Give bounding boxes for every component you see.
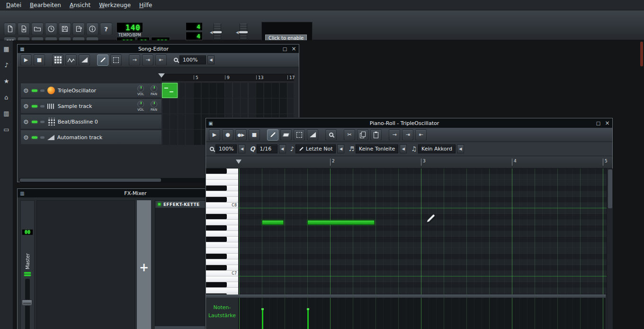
volume-knob[interactable] <box>137 101 144 107</box>
track-nameplate[interactable]: ⚙ Sample track VOL PAN <box>20 98 162 114</box>
pattern-segment[interactable] <box>162 83 178 98</box>
detune-mode-button[interactable] <box>307 129 318 141</box>
menu-werkzeuge[interactable]: Werkzeuge <box>95 0 135 10</box>
samples-icon[interactable]: ♪ <box>2 61 11 69</box>
add-sample-track-button[interactable] <box>65 54 77 66</box>
copy-button[interactable] <box>357 129 368 141</box>
add-bb-track-button[interactable] <box>52 54 63 66</box>
play-button[interactable]: ▶ <box>20 54 32 66</box>
piano-key[interactable] <box>206 242 238 248</box>
gear-icon[interactable]: ⚙ <box>23 134 29 141</box>
pan-knob[interactable] <box>151 101 157 107</box>
gear-icon[interactable]: ⚙ <box>23 87 29 94</box>
track-pattern-area[interactable] <box>162 98 294 114</box>
piano-key[interactable] <box>206 225 238 231</box>
channel-name[interactable]: Master <box>25 239 30 269</box>
stop-button[interactable]: ■ <box>34 54 45 66</box>
timesig-numerator[interactable]: 4 <box>186 22 203 31</box>
volume-knob[interactable] <box>137 85 144 92</box>
piano-key[interactable] <box>206 259 238 265</box>
piano-key[interactable] <box>206 174 238 180</box>
piano-key[interactable]: C7 <box>206 271 238 276</box>
master-channel-strip[interactable]: 00 Master <box>20 200 35 329</box>
quantize-control[interactable]: Q 1/16 ◀ <box>250 144 286 153</box>
menu-bearbeiten[interactable]: Bearbeiten <box>26 0 65 10</box>
home-icon[interactable]: ⌂ <box>2 93 11 101</box>
track-name[interactable]: Automation track <box>57 134 159 141</box>
velocity-splitter[interactable] <box>206 294 606 298</box>
add-automation-track-button[interactable] <box>79 54 90 66</box>
piano-key[interactable] <box>206 197 238 203</box>
piano-key[interactable] <box>206 282 238 288</box>
note[interactable] <box>262 220 284 225</box>
timeline-behaviour-button[interactable]: → <box>129 54 140 66</box>
q-value[interactable]: 1/16 <box>257 144 277 153</box>
solo-led[interactable] <box>40 105 45 107</box>
chevron-left-icon[interactable]: ◀ <box>279 144 286 153</box>
piano-vscrollbar[interactable] <box>607 169 613 329</box>
song-zoom-control[interactable]: 100% ◀ <box>174 55 215 64</box>
open-project-button[interactable] <box>31 23 44 35</box>
workspace-scrollbar[interactable] <box>640 42 643 66</box>
chord-control[interactable]: ♫ Kein Akkord ◀ <box>411 144 464 153</box>
effect-chain-led[interactable] <box>158 203 161 206</box>
select-mode-button[interactable] <box>294 129 305 141</box>
project-info-button[interactable] <box>86 23 98 35</box>
piano-key[interactable] <box>206 180 238 186</box>
jump-end-button[interactable]: ⇥ <box>402 129 413 141</box>
record-accompany-button[interactable]: ●▶ <box>235 129 247 141</box>
draw-mode-button[interactable] <box>267 129 278 141</box>
mute-led[interactable] <box>32 136 37 139</box>
maximize-button[interactable]: □ <box>595 120 602 126</box>
piano-key[interactable] <box>206 254 238 259</box>
chevron-left-icon[interactable]: ◀ <box>457 144 464 153</box>
piano-key[interactable] <box>206 276 238 282</box>
whats-this-button[interactable]: ? <box>100 23 112 35</box>
quantize-button[interactable] <box>325 129 337 141</box>
track-name[interactable]: TripleOscillator <box>58 88 133 94</box>
new-project-button[interactable] <box>4 23 16 35</box>
close-button[interactable]: × <box>604 120 611 126</box>
track-nameplate[interactable]: ⚙ TripleOscillator VOL PAN <box>20 83 162 98</box>
note[interactable] <box>307 220 375 225</box>
new-from-template-button[interactable] <box>18 23 30 35</box>
chevron-left-icon[interactable]: ◀ <box>207 55 215 64</box>
piano-key[interactable] <box>206 191 238 197</box>
song-timeline[interactable]: 591317 <box>162 74 294 81</box>
piano-key[interactable] <box>206 169 238 174</box>
tempo-value[interactable]: 140 <box>116 22 143 33</box>
piano-key[interactable] <box>206 220 238 225</box>
new-channel-button[interactable]: + <box>137 200 151 329</box>
song-zoom-value[interactable]: 100% <box>179 55 206 64</box>
volume-fader[interactable] <box>25 279 30 329</box>
note-length-control[interactable]: ♪ Letzte Not ◀ <box>290 144 345 153</box>
instruments-icon[interactable]: ▦ <box>2 45 11 53</box>
track-name[interactable]: Sample track <box>58 103 133 109</box>
pan-knob[interactable] <box>151 85 157 92</box>
piano-key[interactable] <box>206 237 238 242</box>
timesig-denominator[interactable]: 4 <box>186 32 203 40</box>
scrollbar-thumb[interactable] <box>608 169 612 208</box>
piano-key[interactable] <box>206 248 238 254</box>
computer-icon[interactable]: ▭ <box>2 125 11 133</box>
maximize-button[interactable]: □ <box>281 45 288 52</box>
solo-led[interactable] <box>40 136 45 139</box>
track-nameplate[interactable]: ⚙ Beat/Bassline 0 <box>20 114 162 129</box>
track-name[interactable]: Beat/Bassline 0 <box>58 119 159 125</box>
cut-button[interactable]: ✂ <box>344 129 355 141</box>
play-button[interactable]: ▶ <box>209 129 220 141</box>
chord-value[interactable]: Kein Akkord <box>418 144 456 153</box>
timeline-behaviour-button[interactable]: → <box>389 129 400 141</box>
root-dir-icon[interactable]: ▥ <box>2 109 11 117</box>
stop-button[interactable]: ■ <box>249 129 260 141</box>
presets-icon[interactable]: ★ <box>2 77 11 85</box>
gear-icon[interactable]: ⚙ <box>23 118 29 125</box>
fader-handle[interactable] <box>22 300 32 306</box>
note-grid[interactable] <box>238 169 607 294</box>
solo-led[interactable] <box>40 121 45 123</box>
rewind-button[interactable]: ⇤ <box>415 129 427 141</box>
jump-end-button[interactable]: ⇥ <box>142 54 153 66</box>
playhead-marker[interactable] <box>236 160 242 167</box>
piano-key[interactable] <box>206 214 238 220</box>
playhead-marker[interactable] <box>158 73 165 81</box>
